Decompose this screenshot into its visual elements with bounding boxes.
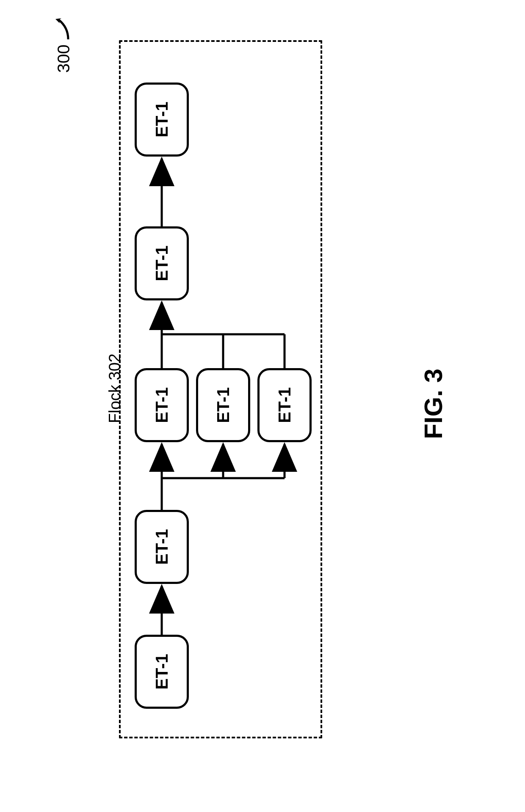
node-et1-3b: ET-1 [196,368,250,442]
diagram-root: 300 Flock 302 [0,0,525,812]
node-label: ET-1 [152,654,171,689]
node-label: ET-1 [152,102,171,137]
node-label: ET-1 [213,387,232,423]
node-et1-1: ET-1 [135,635,189,709]
node-label: ET-1 [152,529,171,564]
node-et1-5: ET-1 [135,83,189,157]
node-et1-2: ET-1 [135,510,189,584]
node-et1-3c: ET-1 [257,368,312,442]
node-label: ET-1 [275,387,294,423]
node-label: ET-1 [152,387,171,423]
node-et1-3a: ET-1 [135,368,189,442]
figure-label: FIG. 3 [419,369,448,439]
node-et1-4: ET-1 [135,226,189,300]
node-label: ET-1 [152,245,171,281]
